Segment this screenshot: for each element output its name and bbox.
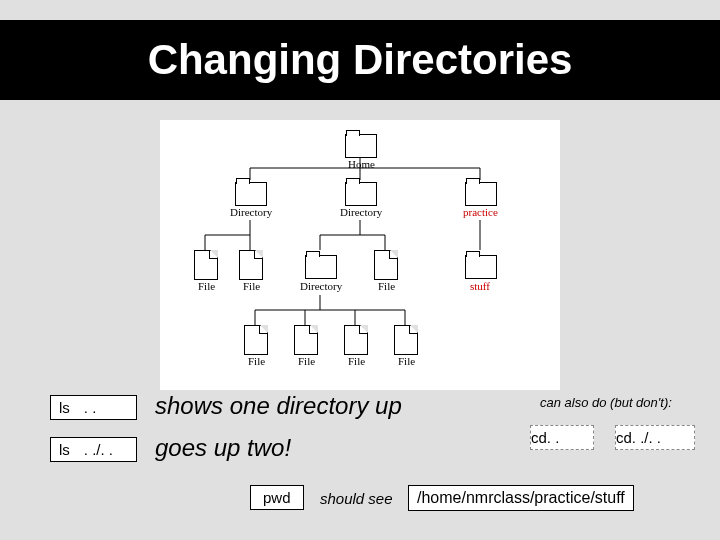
cmd-arg: . ./. . bbox=[84, 441, 113, 458]
file-icon bbox=[344, 325, 368, 355]
directory-label: Directory bbox=[300, 280, 342, 292]
folder-icon bbox=[305, 255, 337, 279]
folder-icon bbox=[235, 182, 267, 206]
cmd-text: ls bbox=[59, 399, 70, 416]
folder-icon bbox=[345, 182, 377, 206]
file-icon bbox=[194, 250, 218, 280]
folder-icon bbox=[345, 134, 377, 158]
should-see-text: should see bbox=[320, 490, 393, 507]
file-icon bbox=[294, 325, 318, 355]
path-output: /home/nmrclass/practice/stuff bbox=[408, 485, 634, 511]
directory-label: Directory bbox=[340, 206, 382, 218]
desc-one-up: shows one directory up bbox=[155, 392, 402, 420]
pwd-command: pwd bbox=[250, 485, 304, 510]
directory-tree-diagram: Home Directory Directory practice File F… bbox=[160, 120, 560, 390]
note-text: can also do (but don't): bbox=[540, 395, 672, 410]
cmd-arg: . . bbox=[547, 429, 560, 446]
desc-two-up: goes up two! bbox=[155, 434, 291, 462]
ls-dotdot-command: ls. . bbox=[50, 395, 137, 420]
cd-dotdot-dotdot-command: cd. ./. . bbox=[615, 425, 695, 450]
cmd-text: cd bbox=[616, 429, 632, 446]
practice-label: practice bbox=[463, 206, 498, 218]
file-label: File bbox=[348, 355, 365, 367]
stuff-label: stuff bbox=[470, 280, 490, 292]
cmd-arg: . ./. . bbox=[632, 429, 661, 446]
file-label: File bbox=[298, 355, 315, 367]
slide-title: Changing Directories bbox=[0, 20, 720, 100]
directory-label: Directory bbox=[230, 206, 272, 218]
file-icon bbox=[394, 325, 418, 355]
file-label: File bbox=[398, 355, 415, 367]
folder-icon bbox=[465, 182, 497, 206]
file-icon bbox=[374, 250, 398, 280]
file-label: File bbox=[243, 280, 260, 292]
ls-dotdot-dotdot-command: ls. ./. . bbox=[50, 437, 137, 462]
cmd-arg: . . bbox=[84, 399, 97, 416]
slide: Changing Directories bbox=[0, 0, 720, 540]
file-label: File bbox=[198, 280, 215, 292]
cmd-text: ls bbox=[59, 441, 70, 458]
cmd-text: cd bbox=[531, 429, 547, 446]
file-label: File bbox=[378, 280, 395, 292]
folder-icon bbox=[465, 255, 497, 279]
file-icon bbox=[239, 250, 263, 280]
home-label: Home bbox=[348, 158, 375, 170]
cd-dotdot-command: cd. . bbox=[530, 425, 594, 450]
file-icon bbox=[244, 325, 268, 355]
file-label: File bbox=[248, 355, 265, 367]
